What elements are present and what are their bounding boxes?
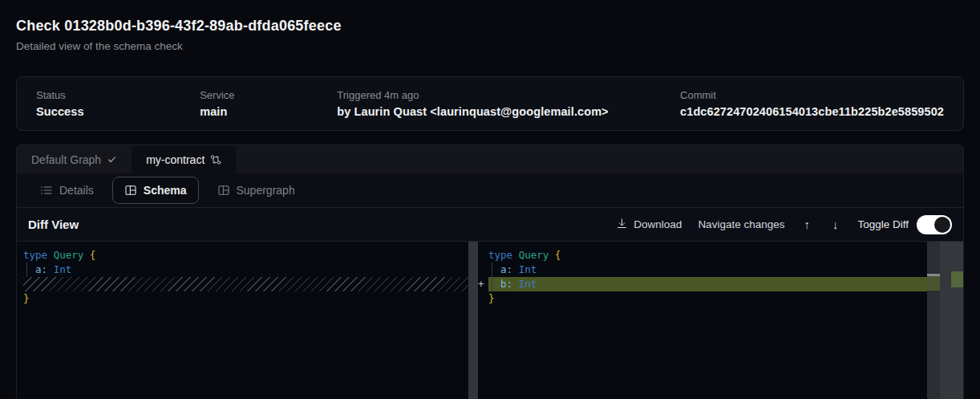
commit-label: Commit <box>680 89 944 101</box>
diff-gutter <box>478 248 488 263</box>
diff-gutter <box>17 263 23 277</box>
code-line-content <box>23 277 468 291</box>
code-line: } <box>17 291 468 306</box>
page-header: Check 01328b0d-b396-43f2-89ab-dfda065fee… <box>16 18 342 52</box>
diff-gutter <box>17 277 23 291</box>
tab-default-graph[interactable]: Default Graph <box>17 145 132 173</box>
columns-icon <box>124 184 137 197</box>
view-tab-bar: Details Schema Supergraph <box>17 173 963 207</box>
diff-gutter <box>17 248 23 263</box>
diff-placeholder-line <box>17 277 468 291</box>
tab-my-contract-label: my-contract <box>146 153 205 166</box>
code-line: } <box>478 291 927 306</box>
next-change-button[interactable]: ↓ <box>829 217 842 232</box>
tab-schema[interactable]: Schema <box>112 177 199 204</box>
diff-view-header: Diff View Download Navigate changes ↑ ↓ … <box>17 207 963 242</box>
code-line: a: Int <box>478 263 927 277</box>
code-line-content: } <box>488 291 927 306</box>
diff-gutter <box>478 263 488 277</box>
minimap-strip[interactable] <box>940 242 963 399</box>
code-line-content: } <box>23 291 468 306</box>
diff-pane-before[interactable]: type Query { a: Int} <box>17 242 468 399</box>
diff-added-line: + b: Int <box>478 277 927 291</box>
minimap-ruler[interactable] <box>927 242 940 399</box>
tab-supergraph-label: Supergraph <box>237 184 295 197</box>
tab-details-label: Details <box>59 184 94 197</box>
tab-my-contract[interactable]: my-contract <box>132 145 236 173</box>
toggle-diff-control: Toggle Diff <box>857 215 952 234</box>
diff-toolbar: Download Navigate changes ↑ ↓ Toggle Dif… <box>616 215 952 234</box>
toggle-knob <box>934 217 950 233</box>
diff-gutter: + <box>478 277 488 291</box>
meta-commit: Commit c1dc62724702406154013cbe11b225b2e… <box>680 89 944 118</box>
navigate-changes-label: Navigate changes <box>698 218 784 230</box>
minimap-added-marker <box>951 271 963 287</box>
status-label: Status <box>36 89 200 101</box>
meta-triggered: Triggered 4m ago by Laurin Quast <laurin… <box>337 89 680 118</box>
code-line: type Query { <box>478 248 927 263</box>
code-line: type Query { <box>17 248 468 263</box>
download-icon <box>616 218 628 232</box>
graph-tab-bar: Default Graph my-contract <box>17 145 963 173</box>
minimap-added-marker <box>927 276 940 291</box>
service-label: Service <box>200 89 337 101</box>
page-subtitle: Detailed view of the schema check <box>16 40 342 52</box>
tab-default-graph-label: Default Graph <box>31 153 101 166</box>
code-line-content: a: Int <box>23 263 468 277</box>
code-line: a: Int <box>17 263 468 277</box>
tab-supergraph[interactable]: Supergraph <box>205 177 307 204</box>
diff-gutter <box>478 291 488 306</box>
download-label: Download <box>634 218 682 230</box>
toggle-diff-switch[interactable] <box>917 215 952 234</box>
commit-value: c1dc62724702406154013cbe11b225b2e5859502 <box>680 105 944 118</box>
diff-view-title: Diff View <box>28 218 79 231</box>
tab-details[interactable]: Details <box>28 177 106 204</box>
toggle-diff-label: Toggle Diff <box>857 218 909 230</box>
code-line-content: b: Int <box>488 277 927 291</box>
triggered-label: Triggered 4m ago <box>337 89 680 101</box>
check-icon <box>107 154 117 165</box>
meta-status: Status Success <box>36 89 200 118</box>
git-compare-icon <box>210 154 221 165</box>
download-button[interactable]: Download <box>616 218 682 232</box>
service-value: main <box>200 105 337 118</box>
schema-diff-editor: type Query { a: Int} type Query { a: Int… <box>17 242 963 399</box>
check-meta-card: Status Success Service main Triggered 4m… <box>16 76 964 131</box>
check-detail-panel: Default Graph my-contract Details <box>16 145 964 399</box>
triggered-value: by Laurin Quast <laurinquast@googlemail.… <box>337 105 680 118</box>
code-line-content: type Query { <box>488 248 927 263</box>
status-value: Success <box>36 105 200 118</box>
previous-change-button[interactable]: ↑ <box>800 217 813 232</box>
arrow-down-icon: ↓ <box>832 218 839 231</box>
code-line-content: type Query { <box>23 248 468 263</box>
list-icon <box>40 184 53 197</box>
tab-schema-label: Schema <box>144 184 187 197</box>
columns-icon <box>217 184 230 197</box>
arrow-up-icon: ↑ <box>804 218 810 231</box>
page-title: Check 01328b0d-b396-43f2-89ab-dfda065fee… <box>16 18 342 35</box>
code-line-content: a: Int <box>488 263 927 277</box>
meta-service: Service main <box>200 89 337 118</box>
diff-gutter <box>17 291 23 306</box>
diff-pane-after[interactable]: type Query { a: Int+ b: Int} <box>478 242 963 399</box>
diff-pane-divider[interactable] <box>468 242 478 399</box>
